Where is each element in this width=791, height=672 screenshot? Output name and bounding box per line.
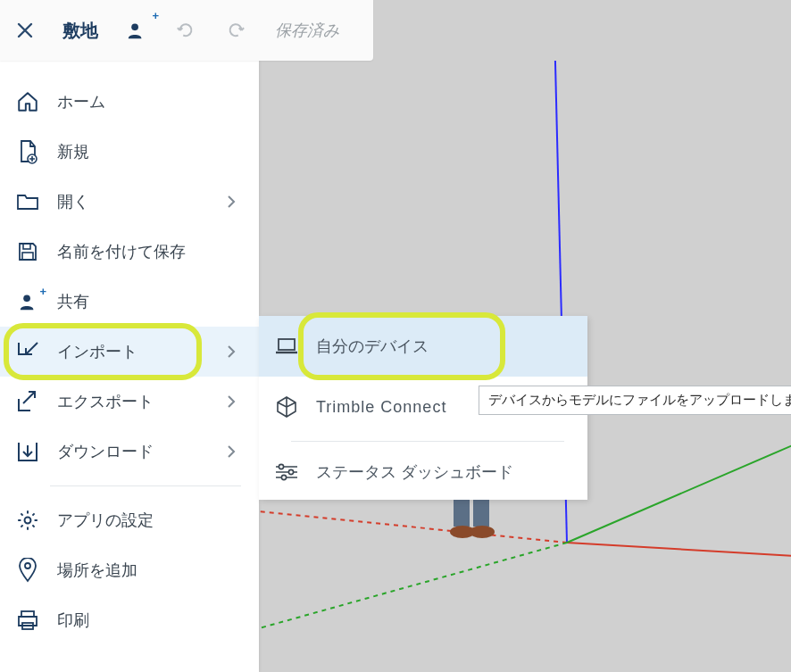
chevron-right-icon xyxy=(227,394,245,409)
menu-item-home[interactable]: ホーム xyxy=(0,77,259,127)
menu-label: 名前を付けて保存 xyxy=(57,241,245,262)
print-icon xyxy=(14,607,41,634)
pin-icon xyxy=(14,557,41,584)
axis-red xyxy=(567,543,791,556)
folder-icon xyxy=(14,188,41,215)
plus-icon: + xyxy=(39,285,46,298)
menu-label: ホーム xyxy=(57,91,245,112)
menu-item-settings[interactable]: アプリの設定 xyxy=(0,495,259,545)
submenu-item-my-device[interactable]: 自分のデバイス xyxy=(259,316,587,377)
export-icon xyxy=(14,388,41,415)
svg-point-14 xyxy=(279,464,283,469)
submenu-item-status-dashboard[interactable]: ステータス ダッシュボード xyxy=(259,445,587,499)
redo-icon xyxy=(226,21,246,40)
share-button[interactable]: + xyxy=(118,12,154,48)
svg-point-10 xyxy=(25,563,30,568)
svg-rect-13 xyxy=(279,339,295,350)
plus-icon: + xyxy=(152,9,159,22)
menu-label: 新規 xyxy=(57,141,245,162)
undo-icon xyxy=(176,21,196,40)
submenu-label: Trimble Connect xyxy=(316,398,446,417)
document-title: 敷地 xyxy=(57,19,104,43)
svg-point-9 xyxy=(25,518,31,524)
axis-red-neg xyxy=(259,507,567,543)
menu-label: アプリの設定 xyxy=(57,510,245,531)
menu-label: 共有 xyxy=(57,291,245,312)
download-icon xyxy=(14,438,41,465)
chevron-right-icon xyxy=(227,344,245,359)
sliders-icon xyxy=(273,459,300,485)
menu-divider xyxy=(50,485,241,486)
menu-label: 場所を追加 xyxy=(57,560,245,581)
svg-point-3 xyxy=(470,526,495,538)
svg-point-16 xyxy=(281,475,286,479)
tooltip-text: デバイスからモデルにファイルをアップロードします。 xyxy=(488,392,791,407)
import-icon xyxy=(14,338,41,365)
redo-button[interactable] xyxy=(218,12,254,48)
submenu-divider xyxy=(291,441,564,442)
menu-item-open[interactable]: 開く xyxy=(0,177,259,227)
save-status: 保存済み xyxy=(275,20,339,41)
chevron-right-icon xyxy=(227,195,245,209)
svg-rect-11 xyxy=(21,611,34,617)
gear-icon xyxy=(14,507,41,534)
menu-label: インポート xyxy=(57,341,227,362)
svg-rect-7 xyxy=(22,253,33,260)
close-icon xyxy=(17,22,33,38)
menu-item-save-as[interactable]: 名前を付けて保存 xyxy=(0,227,259,277)
submenu-label: ステータス ダッシュボード xyxy=(316,461,513,483)
menu-label: ダウンロード xyxy=(57,441,227,462)
undo-button[interactable] xyxy=(168,12,204,48)
topbar: 敷地 + 保存済み xyxy=(0,0,373,61)
menu-item-export[interactable]: エクスポート xyxy=(0,377,259,427)
svg-point-8 xyxy=(23,295,30,302)
menu-item-import[interactable]: インポート xyxy=(0,327,259,377)
submenu-label: 自分のデバイス xyxy=(316,336,429,357)
new-file-icon xyxy=(14,138,41,165)
menu-item-print[interactable]: 印刷 xyxy=(0,595,259,645)
trimble-connect-icon xyxy=(273,394,300,420)
chevron-right-icon xyxy=(227,444,245,459)
menu-item-download[interactable]: ダウンロード xyxy=(0,427,259,477)
svg-point-4 xyxy=(131,23,138,30)
menu-item-new[interactable]: 新規 xyxy=(0,127,259,177)
axis-green xyxy=(567,444,791,543)
tooltip: デバイスからモデルにファイルをアップロードします。 xyxy=(479,386,791,415)
menu-item-location[interactable]: 場所を追加 xyxy=(0,545,259,595)
share-icon: + xyxy=(14,288,41,315)
menu-label: 印刷 xyxy=(57,610,245,631)
laptop-icon xyxy=(273,333,300,360)
menu-item-share[interactable]: + 共有 xyxy=(0,277,259,327)
axis-green-neg xyxy=(259,543,567,641)
file-menu: ホーム 新規 開く 名前を付けて保存 + 共有 インポート xyxy=(0,61,259,672)
menu-label: エクスポート xyxy=(57,391,227,412)
home-icon xyxy=(14,88,41,115)
save-icon xyxy=(14,238,41,265)
menu-label: 開く xyxy=(57,191,227,212)
svg-point-15 xyxy=(288,469,293,474)
person-icon xyxy=(126,21,146,40)
close-button[interactable] xyxy=(7,12,43,48)
